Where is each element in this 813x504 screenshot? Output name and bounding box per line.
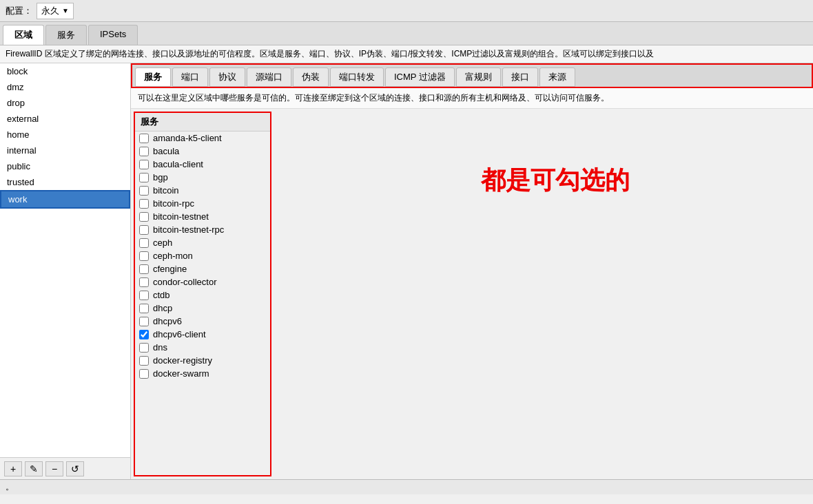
dropdown-arrow: ▼	[62, 7, 69, 14]
add-zone-button[interactable]: +	[4, 461, 22, 476]
annotation-text: 都是可勾选的	[481, 164, 630, 198]
tab-services[interactable]: 服务	[45, 25, 87, 45]
service-checkbox-amanda[interactable]	[139, 134, 149, 143]
service-item-dhcpv6[interactable]: dhcpv6	[135, 315, 270, 328]
refresh-zone-button[interactable]: ↺	[66, 461, 84, 476]
service-item-bitcoin-testnet[interactable]: bitcoin-testnet	[135, 210, 270, 223]
service-panel: 服务 amanda-k5-client bacula bacula-client	[131, 109, 813, 479]
sidebar-item-drop[interactable]: drop	[0, 95, 130, 111]
service-checkbox-ceph[interactable]	[139, 238, 149, 248]
service-checkbox-dns[interactable]	[139, 343, 149, 353]
sidebar-item-home[interactable]: home	[0, 127, 130, 143]
subtab-services[interactable]: 服务	[135, 67, 171, 87]
sub-tabs: 服务 端口 协议 源端口 伪装 端口转发 ICMP 过滤器 富规则 接口 来源	[131, 63, 813, 88]
service-label-ctdb: ctdb	[153, 290, 170, 300]
service-checkbox-ctdb[interactable]	[139, 291, 149, 300]
sidebar-item-trusted[interactable]: trusted	[0, 174, 130, 190]
tab-zones[interactable]: 区域	[3, 25, 44, 45]
service-checkbox-dhcpv6[interactable]	[139, 317, 149, 326]
service-item-docker-registry[interactable]: docker-registry	[135, 354, 270, 367]
service-item-dhcp[interactable]: dhcp	[135, 302, 270, 315]
service-checkbox-docker-registry[interactable]	[139, 356, 149, 366]
service-label-bacula: bacula	[153, 146, 179, 156]
sidebar-item-internal[interactable]: internal	[0, 143, 130, 158]
subtab-sources[interactable]: 来源	[539, 67, 575, 87]
service-label-condor-collector: condor-collector	[153, 277, 217, 287]
service-checkbox-bitcoin-testnet[interactable]	[139, 212, 149, 222]
service-checkbox-bacula[interactable]	[139, 147, 149, 156]
sidebar-item-external[interactable]: external	[0, 111, 130, 127]
service-description: 可以在这里定义区域中哪些服务是可信的。可连接至绑定到这个区域的连接、接口和源的所…	[131, 88, 813, 109]
service-item-amanda[interactable]: amanda-k5-client	[135, 132, 270, 145]
config-dropdown[interactable]: 永久 ▼	[37, 3, 74, 19]
sidebar-item-work[interactable]: work	[0, 190, 130, 209]
main-tabs: 区域 服务 IPSets	[0, 22, 813, 45]
service-label-bitcoin-testnet-rpc: bitcoin-testnet-rpc	[153, 224, 224, 235]
service-checkbox-cfengine[interactable]	[139, 264, 149, 274]
service-label-docker-registry: docker-registry	[153, 355, 212, 366]
service-item-bgp[interactable]: bgp	[135, 171, 270, 184]
service-label-cfengine: cfengine	[153, 264, 187, 274]
service-list-header: 服务	[135, 113, 270, 132]
service-list-container: 服务 amanda-k5-client bacula bacula-client	[134, 112, 271, 476]
service-item-ceph-mon[interactable]: ceph-mon	[135, 249, 270, 262]
subtab-icmp-filter[interactable]: ICMP 过滤器	[385, 67, 455, 87]
sidebar-list: block dmz drop external home internal pu…	[0, 63, 130, 457]
service-checkbox-bacula-client[interactable]	[139, 160, 149, 169]
edit-zone-button[interactable]: ✎	[25, 461, 43, 476]
subtab-ports[interactable]: 端口	[172, 67, 208, 87]
service-checkbox-dhcpv6-client[interactable]	[139, 330, 149, 339]
service-checkbox-condor-collector[interactable]	[139, 277, 149, 287]
service-checkbox-bitcoin-testnet-rpc[interactable]	[139, 225, 149, 235]
service-label-dhcpv6-client: dhcpv6-client	[153, 329, 206, 339]
service-item-condor-collector[interactable]: condor-collector	[135, 275, 270, 288]
sidebar-item-public[interactable]: public	[0, 158, 130, 174]
tab-ipsets[interactable]: IPSets	[88, 25, 138, 45]
service-item-bitcoin[interactable]: bitcoin	[135, 184, 270, 197]
service-item-cfengine[interactable]: cfengine	[135, 262, 270, 275]
sidebar-toolbar: + ✎ − ↺	[0, 457, 130, 479]
config-value: 永久	[41, 5, 59, 17]
description-bar: FirewallID 区域定义了绑定的网络连接、接口以及源地址的可信程度。区域是…	[0, 45, 813, 63]
service-label-ceph-mon: ceph-mon	[153, 251, 193, 261]
subtab-port-forward[interactable]: 端口转发	[330, 67, 384, 87]
service-item-bacula-client[interactable]: bacula-client	[135, 158, 270, 171]
service-item-bitcoin-rpc[interactable]: bitcoin-rpc	[135, 197, 270, 210]
service-checkbox-bitcoin[interactable]	[139, 186, 149, 196]
service-checkbox-ceph-mon[interactable]	[139, 251, 149, 261]
service-item-bitcoin-testnet-rpc[interactable]: bitcoin-testnet-rpc	[135, 223, 270, 236]
subtab-protocols[interactable]: 协议	[209, 67, 245, 87]
sidebar: block dmz drop external home internal pu…	[0, 63, 131, 479]
service-checkbox-bgp[interactable]	[139, 173, 149, 182]
right-content-area: 都是可勾选的	[274, 109, 813, 479]
service-item-bacula[interactable]: bacula	[135, 145, 270, 158]
service-label-amanda: amanda-k5-client	[153, 133, 222, 143]
service-label-dns: dns	[153, 342, 167, 353]
service-checkbox-docker-swarm[interactable]	[139, 369, 149, 379]
service-item-ceph[interactable]: ceph	[135, 236, 270, 249]
remove-zone-button[interactable]: −	[45, 461, 63, 476]
service-item-ctdb[interactable]: ctdb	[135, 288, 270, 302]
subtab-interfaces[interactable]: 接口	[502, 67, 538, 87]
sidebar-item-block[interactable]: block	[0, 63, 130, 79]
service-checkbox-dhcp[interactable]	[139, 304, 149, 313]
sidebar-item-dmz[interactable]: dmz	[0, 79, 130, 95]
subtab-rich-rules[interactable]: 富规则	[456, 67, 501, 87]
service-label-bitcoin-rpc: bitcoin-rpc	[153, 198, 194, 209]
config-label: 配置：	[6, 5, 32, 17]
service-item-docker-swarm[interactable]: docker-swarm	[135, 367, 270, 380]
service-label-bgp: bgp	[153, 172, 168, 182]
content-area: block dmz drop external home internal pu…	[0, 63, 813, 479]
service-label-docker-swarm: docker-swarm	[153, 368, 209, 379]
subtab-masquerade[interactable]: 伪装	[293, 67, 329, 87]
subtab-source-ports[interactable]: 源端口	[247, 67, 291, 87]
service-list-body: amanda-k5-client bacula bacula-client bg…	[135, 132, 270, 475]
service-label-bitcoin-testnet: bitcoin-testnet	[153, 211, 209, 222]
service-item-dns[interactable]: dns	[135, 341, 270, 354]
service-item-dhcpv6-client[interactable]: dhcpv6-client	[135, 328, 270, 341]
right-panel: 服务 端口 协议 源端口 伪装 端口转发 ICMP 过滤器 富规则 接口 来源 …	[131, 63, 813, 479]
service-checkbox-bitcoin-rpc[interactable]	[139, 199, 149, 209]
service-label-ceph: ceph	[153, 238, 172, 248]
service-label-dhcp: dhcp	[153, 303, 172, 313]
service-label-dhcpv6: dhcpv6	[153, 316, 182, 326]
